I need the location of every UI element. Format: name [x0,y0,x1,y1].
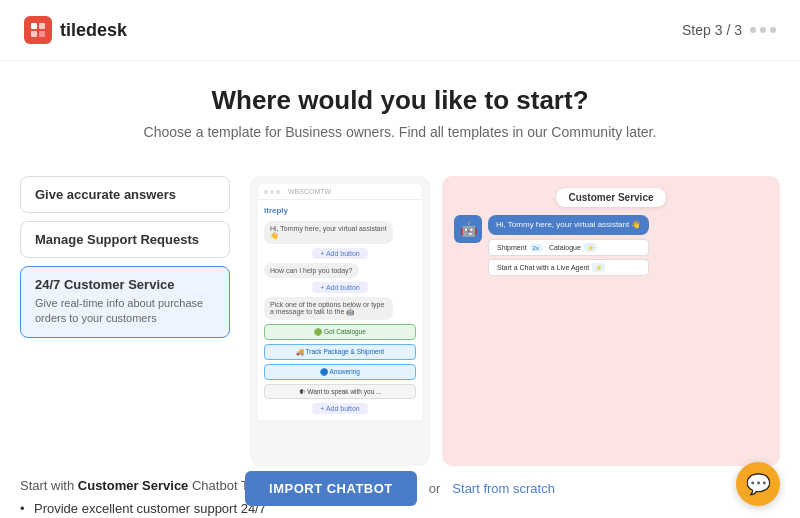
svg-rect-3 [39,31,45,37]
template-label-3: 24/7 Customer Service [35,277,215,292]
template-list: Give accurate answers Manage Support Req… [20,176,230,466]
svg-rect-0 [31,23,37,29]
option-btn-4: 🗣 Want to speak with you ... [264,384,416,399]
mockup-header: WBSCOMTW [258,184,422,200]
chat-bubble-1: Hi, Tommy here, your virtual assistant 👋 [264,221,393,244]
mockup-title: WBSCOMTW [288,188,331,195]
step-dot-2 [760,27,766,33]
template-label-1: Give accurate answers [35,187,215,202]
chat-bubble-3: Pick one of the options below or type a … [264,297,393,320]
chat-mockup: WBSCOMTW itreply Hi, Tommy here, your vi… [250,176,430,466]
bot-name: itreply [264,206,416,215]
footer: IMPORT CHATBOT or Start from scratch [0,459,800,518]
cs-badge: Customer Service [556,188,665,207]
svg-rect-2 [31,31,37,37]
cs-option-2: Start a Chat with a Live Agent ⚡ [488,259,649,276]
template-label-2: Manage Support Requests [35,232,215,247]
chat-widget-icon: 💬 [746,472,771,496]
page-title: Where would you like to start? [32,85,768,116]
logo-icon [24,16,52,44]
option-btn-2: 🚚 Track Package & Shipment [264,344,416,360]
option-btn-1: 🟢 Got Catalogue [264,324,416,340]
cs-bubble-1: Hi, Tommy here, your virtual assistant 👋 [488,215,649,235]
step-dot-1 [750,27,756,33]
content-area: Give accurate answers Manage Support Req… [0,176,800,466]
template-option-accurate-answers[interactable]: Give accurate answers [20,176,230,213]
page-subtitle: Choose a template for Business owners. F… [32,124,768,140]
template-option-manage-support[interactable]: Manage Support Requests [20,221,230,258]
add-button-3: + Add button [312,403,368,414]
chat-widget-button[interactable]: 💬 [736,462,780,506]
main-section: Where would you like to start? Choose a … [0,61,800,176]
import-chatbot-button[interactable]: IMPORT CHATBOT [245,471,417,506]
app-header: tiledesk Step 3 / 3 [0,0,800,61]
logo-text: tiledesk [60,20,127,41]
cs-avatar: 🤖 [454,215,482,243]
cs-chat-area: 🤖 Hi, Tommy here, your virtual assistant… [454,215,768,276]
cs-options: Shipment 2x Catalogue ⚡ Start a Chat wit… [488,239,649,276]
cs-preview: Customer Service 🤖 Hi, Tommy here, your … [442,176,780,466]
template-desc-3: Give real-time info about purchase order… [35,296,215,327]
start-from-scratch-link[interactable]: Start from scratch [452,481,555,496]
preview-panel: WBSCOMTW itreply Hi, Tommy here, your vi… [250,176,780,466]
chat-bubble-2: How can I help you today? [264,263,359,278]
cs-option-1: Shipment 2x Catalogue ⚡ [488,239,649,256]
or-divider: or [429,481,441,496]
step-dots [750,27,776,33]
step-dot-3 [770,27,776,33]
svg-rect-1 [39,23,45,29]
mockup-chat-area: itreply Hi, Tommy here, your virtual ass… [258,200,422,420]
option-btn-3: 🔵 Answering [264,364,416,380]
step-indicator: Step 3 / 3 [682,22,776,38]
logo: tiledesk [24,16,127,44]
add-button-2: + Add button [312,282,368,293]
add-button-1: + Add button [312,248,368,259]
cs-messages: Hi, Tommy here, your virtual assistant 👋… [488,215,649,276]
template-option-customer-service[interactable]: 24/7 Customer Service Give real-time inf… [20,266,230,338]
step-text: Step 3 / 3 [682,22,742,38]
